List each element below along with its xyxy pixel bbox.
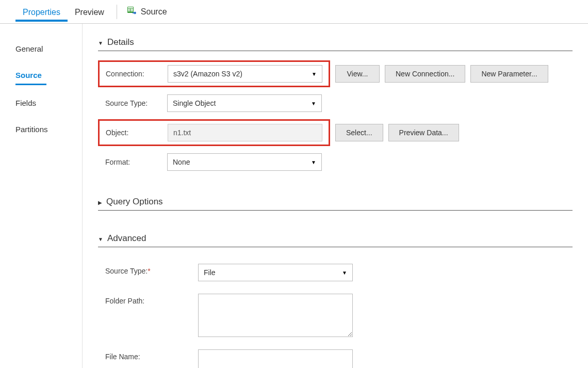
chevron-down-icon (98, 37, 103, 47)
object-input-value: n1.txt (173, 129, 191, 137)
source-indicator: Source (122, 4, 172, 20)
highlight-connection: Connection: s3v2 (Amazon S3 v2) (98, 60, 330, 87)
svg-rect-4 (128, 10, 130, 11)
label-adv-source-type: Source Type:* (105, 264, 198, 275)
source-indicator-label: Source (141, 7, 167, 17)
format-select-value: None (173, 158, 190, 166)
label-source-type: Source Type: (105, 99, 162, 107)
section-header-details[interactable]: Details (98, 34, 573, 51)
chevron-right-icon (98, 197, 102, 207)
file-name-textarea[interactable] (198, 349, 353, 368)
sidenav-item-fields[interactable]: Fields (15, 93, 46, 111)
new-parameter-button[interactable]: New Parameter... (470, 65, 548, 83)
highlight-object: Object: n1.txt (98, 119, 330, 146)
label-folder-path: Folder Path: (105, 294, 198, 305)
folder-path-textarea[interactable] (198, 294, 353, 337)
select-button[interactable]: Select... (335, 124, 383, 141)
svg-rect-3 (130, 9, 133, 10)
adv-source-type-select[interactable]: File (198, 264, 353, 281)
sidenav-item-general[interactable]: General (15, 39, 46, 57)
connection-select[interactable]: s3v2 (Amazon S3 v2) (168, 65, 322, 83)
section-header-query-options[interactable]: Query Options (98, 194, 573, 211)
connection-select-value: s3v2 (Amazon S3 v2) (173, 70, 242, 78)
preview-data-button[interactable]: Preview Data... (388, 124, 459, 141)
sidenav-item-source[interactable]: Source (15, 66, 46, 85)
label-connection: Connection: (106, 70, 162, 78)
svg-rect-5 (130, 10, 133, 11)
object-input: n1.txt (168, 124, 322, 141)
tab-divider (117, 5, 117, 19)
label-adv-source-type-text: Source Type: (105, 267, 148, 275)
side-nav: General Source Fields Partitions (0, 24, 83, 368)
source-type-select[interactable]: Single Object (167, 94, 322, 112)
sidenav-item-partitions[interactable]: Partitions (15, 120, 46, 138)
required-asterisk: * (148, 267, 150, 275)
source-table-icon (127, 7, 137, 17)
view-button[interactable]: View... (335, 65, 380, 83)
new-connection-button[interactable]: New Connection... (385, 65, 465, 83)
label-object: Object: (106, 129, 162, 137)
svg-rect-1 (128, 7, 133, 8)
svg-rect-2 (128, 9, 130, 10)
adv-source-type-select-value: File (204, 268, 216, 277)
label-file-name: File Name: (105, 349, 198, 361)
label-format: Format: (105, 158, 162, 166)
section-title-query-options: Query Options (106, 197, 163, 207)
section-title-advanced: Advanced (107, 233, 146, 244)
tab-preview[interactable]: Preview (68, 3, 111, 21)
chevron-down-icon (98, 233, 103, 244)
section-header-advanced[interactable]: Advanced (98, 230, 573, 247)
tab-properties[interactable]: Properties (15, 3, 68, 21)
source-type-select-value: Single Object (173, 99, 216, 107)
section-title-details: Details (107, 37, 134, 47)
format-select[interactable]: None (167, 153, 322, 171)
